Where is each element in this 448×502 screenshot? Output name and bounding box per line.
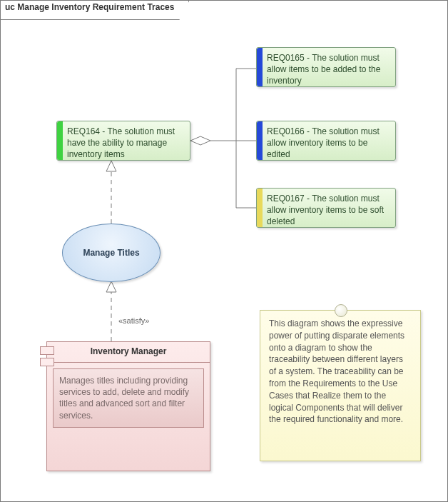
requirement-req0166[interactable]: REQ0166 - The solution must allow invent… bbox=[256, 121, 396, 161]
svg-marker-7 bbox=[106, 161, 116, 171]
requirement-status-bar bbox=[257, 48, 263, 86]
satisfy-component-to-usecase bbox=[106, 281, 116, 341]
requirement-text: REQ0165 - The solution must allow items … bbox=[267, 53, 380, 86]
pin-icon bbox=[335, 304, 347, 317]
note-text: This diagram shows the expressive power … bbox=[269, 318, 404, 424]
component-lug-icon bbox=[40, 358, 54, 366]
component-title-bar: Inventory Manager bbox=[47, 342, 210, 363]
requirement-req164[interactable]: REQ164 - The solution must have the abil… bbox=[56, 121, 190, 161]
diagram-frame: uc Manage Inventory Requirement Traces R… bbox=[0, 0, 448, 502]
requirement-req0167[interactable]: REQ0167 - The solution must allow invent… bbox=[256, 188, 396, 228]
svg-marker-0 bbox=[190, 136, 210, 145]
diagram-title: uc Manage Inventory Requirement Traces bbox=[5, 2, 174, 12]
component-description: Manages titles including providing servi… bbox=[53, 368, 204, 428]
component-name: Inventory Manager bbox=[91, 346, 167, 356]
aggregation-from-req164 bbox=[190, 69, 256, 208]
svg-marker-9 bbox=[106, 281, 116, 292]
component-lug-icon bbox=[40, 346, 54, 355]
requirement-text: REQ164 - The solution must have the abil… bbox=[67, 126, 175, 159]
diagram-title-tab: uc Manage Inventory Requirement Traces bbox=[1, 1, 189, 20]
diagram-note[interactable]: This diagram shows the expressive power … bbox=[260, 310, 421, 461]
usecase-manage-titles[interactable]: Manage Titles bbox=[62, 224, 161, 282]
requirement-req0165[interactable]: REQ0165 - The solution must allow items … bbox=[256, 47, 396, 87]
requirement-status-bar bbox=[57, 121, 63, 160]
requirement-status-bar bbox=[257, 121, 263, 160]
requirement-text: REQ0167 - The solution must allow invent… bbox=[267, 194, 384, 226]
requirement-status-bar bbox=[257, 189, 263, 227]
requirement-text: REQ0166 - The solution must allow invent… bbox=[267, 126, 380, 159]
stereotype-satisfy: «satisfy» bbox=[118, 316, 149, 325]
realization-usecase-to-req164 bbox=[106, 161, 116, 224]
usecase-name: Manage Titles bbox=[83, 248, 139, 258]
component-inventory-manager[interactable]: Inventory Manager Manages titles includi… bbox=[46, 341, 210, 471]
